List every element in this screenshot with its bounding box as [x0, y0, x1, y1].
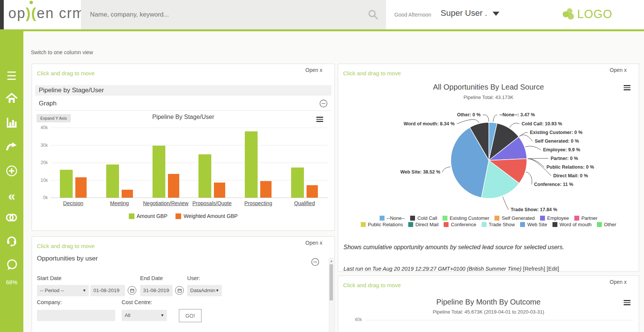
redo-arrow-icon[interactable] — [0, 141, 23, 153]
open-close-control[interactable]: Open x — [305, 240, 322, 246]
bar-weighted[interactable] — [122, 190, 133, 198]
vertical-scrollbar[interactable] — [329, 258, 334, 332]
legend-label: Conference — [451, 222, 476, 227]
company-input[interactable] — [37, 310, 115, 321]
switch-column-view-link[interactable]: Switch to one column view — [31, 49, 93, 55]
bar-chart-plot[interactable]: 40k30k20k10k0k — [50, 128, 328, 198]
callout-line — [483, 115, 489, 122]
callout-line — [493, 115, 497, 122]
cost-centre-select[interactable]: All▼ — [122, 310, 167, 321]
add-circle-icon[interactable] — [0, 165, 23, 178]
legend-item[interactable]: Weighted Amount GBP — [175, 213, 238, 219]
period-select[interactable]: -- Period --▼ — [37, 285, 89, 296]
category-link[interactable]: Qualified — [281, 200, 328, 206]
calendar-icon[interactable] — [175, 286, 184, 295]
drag-handle[interactable]: Click and drag to move — [37, 243, 95, 249]
last-run-line: Last run on Tue Aug 20 2019 12:29:27 GMT… — [343, 266, 559, 272]
legend-label: Self Generated — [502, 215, 534, 221]
category-link[interactable]: Meeting — [96, 200, 143, 206]
last-run-text: Last run on Tue Aug 20 2019 12:29:27 GMT… — [343, 266, 522, 272]
logo-text-left: op — [8, 5, 26, 21]
pie-callout-label: Direct Mail: 0 % — [553, 173, 588, 178]
panel-title: Pipeline by Stage/User — [35, 85, 331, 96]
headset-icon[interactable] — [0, 235, 23, 248]
global-search — [81, 0, 386, 29]
category-link[interactable]: Negotiation/Review — [143, 200, 189, 206]
legend-item[interactable]: Cold Call — [410, 215, 437, 221]
graph-section-header: Graph — [35, 98, 331, 111]
bar-amount[interactable] — [153, 146, 165, 198]
bar-amount[interactable] — [245, 131, 258, 198]
legend-item[interactable]: Self Generated — [494, 215, 534, 221]
go-button[interactable]: GO! — [179, 309, 201, 322]
legend-item[interactable]: Conference — [444, 222, 476, 227]
category-link[interactable]: Prospecting — [235, 200, 281, 206]
bar-group — [143, 128, 189, 198]
scrollbar-thumb[interactable] — [330, 264, 333, 300]
legend-label: Employee — [547, 215, 569, 221]
legend-label: Partner — [581, 215, 598, 221]
pie-callout-label: Employee: 9.9 % — [543, 147, 580, 152]
legend-item[interactable]: Trade Show — [482, 222, 515, 227]
legend-item[interactable]: Word of mouth — [552, 222, 592, 227]
user-label: User: — [187, 275, 200, 281]
category-link[interactable]: Decision — [50, 200, 96, 206]
collapse-section-icon[interactable] — [311, 258, 319, 268]
drag-handle[interactable]: Click and drag to move — [343, 282, 401, 288]
legend-swatch — [574, 216, 579, 221]
bar-weighted[interactable] — [168, 174, 179, 198]
bar-weighted[interactable] — [260, 181, 272, 198]
legend-item[interactable]: Public Relations — [361, 222, 403, 227]
open-close-control[interactable]: Open x — [305, 67, 322, 73]
chart-context-menu-icon[interactable] — [316, 117, 323, 123]
hamburger-menu-icon[interactable]: ☰ — [0, 70, 23, 82]
bar-amount[interactable] — [60, 170, 73, 198]
header-divider — [0, 29, 644, 31]
logo-text-right: en crm — [37, 5, 85, 21]
user-select[interactable]: DataAdmin▼ — [187, 285, 222, 296]
pie-callout-label: Partner: 0 % — [551, 156, 578, 161]
legend-item[interactable]: Amount GBP — [129, 213, 168, 219]
bar-weighted[interactable] — [75, 177, 87, 198]
search-input[interactable] — [90, 0, 350, 29]
legend-label: --None-- — [387, 215, 405, 221]
bar-weighted[interactable] — [307, 185, 318, 198]
category-link[interactable]: Proposals/Quote — [189, 200, 235, 206]
legend-label: Other — [604, 222, 617, 227]
search-icon[interactable] — [367, 9, 379, 22]
legend-item[interactable]: Other — [597, 222, 617, 227]
refresh-link[interactable]: [Refresh] — [523, 266, 545, 272]
pie-chart[interactable]: --None--: 3.47 %Cold Call: 10.93 %Existi… — [338, 64, 639, 215]
drag-handle[interactable]: Click and drag to move — [37, 70, 95, 76]
legend-item[interactable]: --None-- — [380, 215, 405, 221]
home-icon[interactable] — [0, 92, 23, 106]
chat-bubble-icon[interactable] — [0, 259, 23, 273]
scrollbar-up-arrow[interactable] — [329, 258, 333, 263]
legend-item[interactable]: Web Site — [520, 222, 547, 227]
bar-chart-icon[interactable] — [0, 117, 23, 130]
legend-item[interactable]: Direct Mail — [408, 222, 438, 227]
linked-rings-icon[interactable] — [0, 213, 23, 224]
bar-amount[interactable] — [291, 168, 304, 198]
legend-label: Trade Show — [489, 222, 515, 227]
chart-context-menu-icon[interactable] — [624, 300, 630, 306]
bar-weighted[interactable] — [214, 183, 225, 198]
calendar-icon[interactable] — [128, 286, 136, 295]
start-date-input[interactable]: 01-08-2019 — [90, 285, 125, 296]
legend-item[interactable]: Partner — [574, 215, 598, 221]
legend-label: Direct Mail — [415, 222, 438, 227]
pie-callout-label: Self Generated: 0 % — [535, 139, 579, 144]
bar-amount[interactable] — [198, 154, 211, 198]
collapse-section-icon[interactable] — [319, 99, 328, 109]
end-date-label: End Date — [140, 275, 163, 281]
legend-item[interactable]: Employee — [540, 215, 569, 221]
bar-amount[interactable] — [106, 164, 119, 198]
y-axis-tick: 40k — [346, 317, 362, 322]
callout-line — [528, 158, 544, 167]
open-close-control[interactable]: Open x — [610, 279, 627, 285]
legend-item[interactable]: Existing Customer — [443, 215, 489, 221]
end-date-input[interactable]: 31-08-2019 — [140, 285, 172, 296]
edit-link[interactable]: [Edit] — [546, 266, 559, 272]
user-menu[interactable]: Super User . — [441, 8, 499, 18]
collapse-sidebar-icon[interactable]: « — [0, 189, 23, 202]
